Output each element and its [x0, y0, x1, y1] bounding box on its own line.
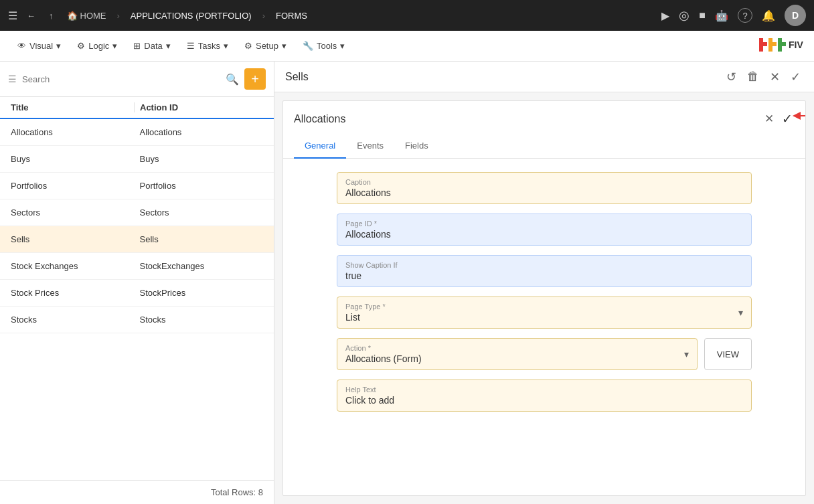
help-text-label: Help Text: [345, 386, 743, 394]
list-item[interactable]: Stocks Stocks: [0, 307, 274, 333]
nav-tasks[interactable]: ☰ Tasks ▾: [180, 37, 235, 55]
page-id-container[interactable]: Page ID * Allocations: [337, 214, 752, 246]
view-button[interactable]: VIEW: [704, 338, 752, 370]
breadcrumb-applications[interactable]: APPLICATIONS (PORTFOLIO): [127, 8, 256, 23]
caption-value: Allocations: [345, 187, 743, 198]
show-caption-value: true: [345, 270, 743, 281]
close-panel-button[interactable]: ✕: [767, 67, 783, 87]
nav-visual[interactable]: 👁 Visual ▾: [11, 37, 68, 55]
delete-icon: 🗑: [747, 70, 759, 83]
play-icon[interactable]: ▶: [661, 9, 669, 22]
action-label: Action *: [345, 344, 684, 352]
list-item[interactable]: Buys Buys: [0, 146, 274, 173]
tools-icon: 🔧: [303, 41, 313, 51]
close-inner-icon: ✕: [764, 112, 774, 125]
main-layout: ☰ 🔍 + Title Action ID Allocations Alloca…: [0, 62, 814, 504]
menu-icon: ☰: [8, 74, 17, 84]
close-inner-button[interactable]: ✕: [762, 110, 776, 128]
action-column-header: Action ID: [134, 102, 263, 112]
user-avatar[interactable]: D: [785, 5, 806, 26]
svg-marker-0: [759, 38, 767, 52]
show-caption-container[interactable]: Show Caption If true: [337, 255, 752, 287]
up-button[interactable]: ↑: [45, 8, 58, 23]
back-icon: ←: [27, 11, 35, 21]
inner-panel-title: Allocations: [294, 113, 345, 125]
tools-dropdown-icon: ▾: [340, 41, 345, 51]
right-panel: Sells ↺ 🗑 ✕ ✓ Allocations: [274, 62, 814, 504]
page-type-label: Page Type *: [345, 303, 738, 311]
add-button[interactable]: +: [244, 68, 266, 90]
secondary-navigation: 👁 Visual ▾ ⚙ Logic ▾ ⊞ Data ▾ ☰ Tasks ▾ …: [0, 31, 814, 62]
action-container[interactable]: Action * Allocations (Form) ▾: [337, 338, 698, 370]
breadcrumb-forms[interactable]: FORMS: [272, 8, 311, 23]
nav-tools[interactable]: 🔧 Tools ▾: [296, 37, 351, 55]
tasks-dropdown-icon: ▾: [224, 41, 228, 51]
panel-header-actions: ↺ 🗑 ✕ ✓: [724, 67, 803, 87]
help-text-container[interactable]: Help Text Click to add: [337, 380, 752, 412]
robot-icon[interactable]: 🤖: [715, 9, 728, 22]
sidebar: ☰ 🔍 + Title Action ID Allocations Alloca…: [0, 62, 274, 504]
sidebar-footer: Total Rows: 8: [0, 480, 274, 504]
search-input[interactable]: [22, 74, 220, 84]
page-type-container[interactable]: Page Type * List ▾: [337, 297, 752, 329]
list-item[interactable]: Sells Sells: [0, 226, 274, 253]
hamburger-icon[interactable]: ☰: [8, 9, 17, 22]
caption-label: Caption: [345, 178, 743, 186]
logic-dropdown-icon: ▾: [112, 41, 117, 51]
tab-fields[interactable]: Fields: [394, 134, 439, 159]
refresh-icon: ↺: [726, 70, 736, 84]
five-logo: FIVE: [756, 35, 803, 54]
action-row: Action * Allocations (Form) ▾ VIEW: [337, 338, 752, 370]
help-text-field: Help Text Click to add: [337, 380, 752, 412]
page-type-value: List: [345, 312, 738, 323]
nav-logic[interactable]: ⚙ Logic ▾: [70, 37, 124, 55]
action-dropdown-icon[interactable]: ▾: [684, 349, 689, 359]
help-text-value: Click to add: [345, 395, 743, 406]
data-dropdown-icon: ▾: [166, 41, 171, 51]
action-value: Allocations (Form): [345, 353, 684, 364]
nav-data[interactable]: ⊞ Data ▾: [127, 37, 177, 55]
breadcrumb-sep-1: ›: [117, 11, 120, 21]
search-circle-icon[interactable]: ◎: [679, 8, 689, 23]
inner-panel: Allocations ✕ ✓: [282, 100, 806, 496]
list-item[interactable]: Stock Exchanges StockExchanges: [0, 253, 274, 280]
up-icon: ↑: [49, 11, 54, 21]
caption-container[interactable]: Caption Allocations: [337, 172, 752, 204]
setup-icon: ⚙: [244, 41, 252, 51]
list-item[interactable]: Sectors Sectors: [0, 199, 274, 226]
close-icon: ✕: [770, 70, 780, 84]
svg-text:FIVE: FIVE: [789, 39, 803, 50]
top-nav-right-actions: ▶ ◎ ■ 🤖 ? 🔔 D: [661, 5, 806, 26]
delete-button[interactable]: 🗑: [744, 67, 762, 86]
inner-panel-header: Allocations ✕ ✓: [283, 101, 805, 129]
confirm-panel-button[interactable]: ✓: [788, 67, 803, 87]
logic-icon: ⚙: [77, 41, 85, 51]
visual-dropdown-icon: ▾: [56, 41, 61, 51]
sidebar-search-bar: ☰ 🔍 +: [0, 62, 274, 97]
red-arrow-annotation: [791, 106, 806, 126]
action-field: Action * Allocations (Form) ▾ VIEW: [337, 338, 752, 370]
back-button[interactable]: ←: [23, 8, 39, 23]
svg-marker-2: [778, 38, 786, 52]
checkmark-icon: ✓: [791, 70, 801, 84]
refresh-button[interactable]: ↺: [724, 67, 739, 87]
stop-icon[interactable]: ■: [699, 9, 706, 21]
bell-icon[interactable]: 🔔: [762, 9, 775, 22]
data-icon: ⊞: [133, 41, 141, 51]
confirm-inner-button[interactable]: ✓: [780, 109, 795, 129]
svg-marker-1: [768, 38, 777, 52]
list-item[interactable]: Allocations Allocations: [0, 119, 274, 146]
page-type-dropdown-icon[interactable]: ▾: [738, 307, 743, 318]
nav-setup[interactable]: ⚙ Setup ▾: [238, 37, 293, 55]
top-navigation: ☰ ← ↑ 🏠 🏠 HOME HOME › APPLICATIONS (PORT…: [0, 0, 814, 31]
search-icon: 🔍: [226, 73, 239, 86]
list-item[interactable]: Stock Prices StockPrices: [0, 280, 274, 307]
list-item[interactable]: Portfolios Portfolios: [0, 173, 274, 199]
help-icon[interactable]: ?: [738, 8, 752, 23]
home-link[interactable]: 🏠 🏠 HOME HOME: [63, 8, 110, 23]
tab-general[interactable]: General: [294, 134, 346, 159]
tab-events[interactable]: Events: [346, 134, 394, 159]
setup-dropdown-icon: ▾: [282, 41, 287, 51]
show-caption-field: Show Caption If true: [337, 255, 752, 287]
caption-field: Caption Allocations: [337, 172, 752, 204]
